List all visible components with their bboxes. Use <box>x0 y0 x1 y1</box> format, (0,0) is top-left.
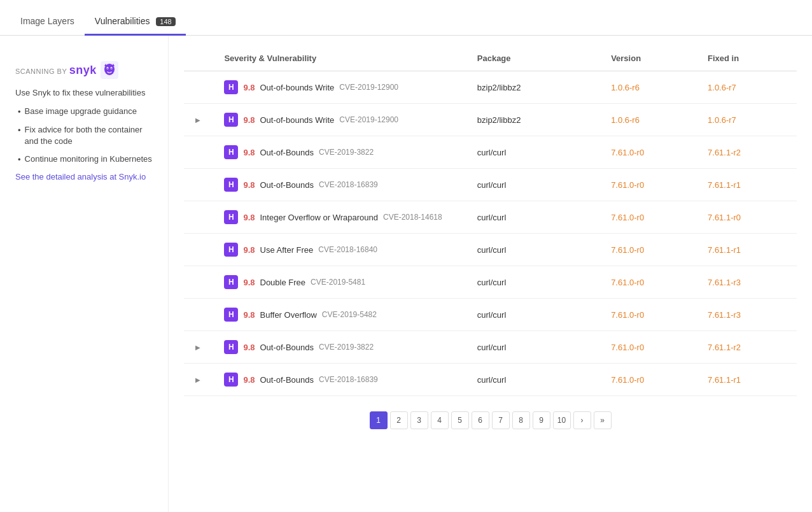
version-cell: 7.61.0-r0 <box>603 266 700 299</box>
expand-cell: ▶ <box>184 104 216 136</box>
h-badge: H <box>224 275 238 289</box>
table-row: H 9.8 Integer Overflow or Wraparound CVE… <box>184 201 797 234</box>
package-name: curl/curl <box>477 375 507 385</box>
fixed-in-value: 7.61.1-r3 <box>708 278 741 287</box>
table-row: H 9.8 Out-of-Bounds CVE-2019-3822 curl/c… <box>184 136 797 169</box>
expand-cell <box>184 299 216 331</box>
vuln-name: Out-of-bounds Write <box>260 83 335 92</box>
fixed-in-cell: 7.61.1-r0 <box>700 201 797 234</box>
package-header: Package <box>470 48 603 71</box>
cve-id: CVE-2019-3822 <box>319 343 374 352</box>
fixed-in-value: 1.0.6-r7 <box>708 83 736 92</box>
h-badge: H <box>224 243 238 257</box>
severity-score: 9.8 <box>243 115 255 125</box>
expand-button[interactable]: ▶ <box>192 115 204 125</box>
next-page-button[interactable]: › <box>573 411 591 429</box>
h-badge: H <box>224 145 238 159</box>
page-5-button[interactable]: 5 <box>451 411 469 429</box>
package-name: curl/curl <box>477 148 507 157</box>
severity-score: 9.8 <box>243 213 255 222</box>
cve-id: CVE-2019-12900 <box>339 115 398 124</box>
cve-id: CVE-2018-14618 <box>383 213 442 222</box>
page-10-button[interactable]: 10 <box>553 411 571 429</box>
severity-cell: H 9.8 Out-of-Bounds CVE-2018-16839 <box>216 364 469 396</box>
version-value: 7.61.0-r0 <box>611 310 644 320</box>
package-cell: bzip2/libbz2 <box>470 104 603 136</box>
sidebar-list-item: Fix advice for both the container and th… <box>18 124 153 147</box>
page-6-button[interactable]: 6 <box>472 411 489 429</box>
last-page-button[interactable]: » <box>594 411 612 429</box>
tab-image-layers[interactable]: Image Layers <box>10 11 85 36</box>
tabs-bar: Image Layers Vulnerabilities 148 <box>0 0 812 36</box>
snyk-name: snyk <box>69 64 97 77</box>
cve-id: CVE-2018-16839 <box>319 375 378 384</box>
fixed-in-value: 7.61.1-r2 <box>708 148 741 157</box>
version-cell: 1.0.6-r6 <box>603 71 700 104</box>
page-1-button[interactable]: 1 <box>370 411 388 429</box>
expand-cell <box>184 71 216 104</box>
table-row: H 9.8 Use After Free CVE-2018-16840 curl… <box>184 234 797 266</box>
svg-point-4 <box>107 68 108 69</box>
snyk-analysis-link[interactable]: See the detailed analysis at Snyk.io <box>15 172 146 181</box>
expand-cell <box>184 201 216 234</box>
package-name: curl/curl <box>477 278 507 287</box>
vuln-name: Out-of-Bounds <box>260 180 314 190</box>
sidebar-list-item: Continue monitoring in Kubernetes <box>18 153 153 166</box>
severity-cell: H 9.8 Out-of-bounds Write CVE-2019-12900 <box>216 71 469 104</box>
page-2-button[interactable]: 2 <box>390 411 408 429</box>
version-cell: 7.61.0-r0 <box>603 169 700 201</box>
h-badge: H <box>224 80 238 94</box>
cve-id: CVE-2019-5482 <box>322 310 377 319</box>
version-value: 7.61.0-r0 <box>611 245 644 255</box>
fixed-in-cell: 7.61.1-r1 <box>700 234 797 266</box>
snyk-mascot-icon <box>101 61 118 79</box>
vuln-name: Integer Overflow or Wraparound <box>260 213 378 222</box>
package-cell: curl/curl <box>470 234 603 266</box>
vulnerabilities-badge: 148 <box>156 17 175 26</box>
snyk-logo: snyk <box>69 61 118 79</box>
fixed-in-cell: 1.0.6-r7 <box>700 71 797 104</box>
cve-id: CVE-2019-3822 <box>319 148 374 157</box>
package-cell: curl/curl <box>470 331 603 364</box>
expand-button[interactable]: ▶ <box>192 375 204 385</box>
fixed-in-cell: 1.0.6-r7 <box>700 104 797 136</box>
sidebar-feature-list: Base image upgrade guidance Fix advice f… <box>15 106 153 166</box>
version-cell: 7.61.0-r0 <box>603 201 700 234</box>
fixed-in-value: 7.61.1-r1 <box>708 375 741 385</box>
expand-cell <box>184 266 216 299</box>
expand-header <box>184 48 216 71</box>
package-cell: curl/curl <box>470 299 603 331</box>
package-cell: bzip2/libbz2 <box>470 71 603 104</box>
page-8-button[interactable]: 8 <box>512 411 530 429</box>
page-4-button[interactable]: 4 <box>431 411 449 429</box>
severity-header: Severity & Vulnerability <box>216 48 469 71</box>
h-badge: H <box>224 308 238 322</box>
table-row: ▶ H 9.8 Out-of-bounds Write CVE-2019-129… <box>184 104 797 136</box>
vuln-name: Out-of-Bounds <box>260 375 314 385</box>
table-row: ▶ H 9.8 Out-of-Bounds CVE-2019-3822 curl… <box>184 331 797 364</box>
version-value: 7.61.0-r0 <box>611 278 644 287</box>
fixed-in-value: 7.61.1-r0 <box>708 213 741 222</box>
page-7-button[interactable]: 7 <box>492 411 510 429</box>
package-cell: curl/curl <box>470 169 603 201</box>
severity-score: 9.8 <box>243 310 255 320</box>
table-row: H 9.8 Out-of-bounds Write CVE-2019-12900… <box>184 71 797 104</box>
version-value: 7.61.0-r0 <box>611 343 644 352</box>
page-3-button[interactable]: 3 <box>410 411 428 429</box>
severity-cell: H 9.8 Integer Overflow or Wraparound CVE… <box>216 201 469 234</box>
table-row: ▶ H 9.8 Out-of-Bounds CVE-2018-16839 cur… <box>184 364 797 396</box>
version-cell: 1.0.6-r6 <box>603 104 700 136</box>
severity-score: 9.8 <box>243 148 255 157</box>
fixed-in-cell: 7.61.1-r1 <box>700 169 797 201</box>
cve-id: CVE-2018-16839 <box>319 180 378 189</box>
severity-cell: H 9.8 Use After Free CVE-2018-16840 <box>216 234 469 266</box>
sidebar-description: Use Snyk to fix these vulnerabilities <box>15 87 153 99</box>
vuln-name: Use After Free <box>260 245 314 255</box>
tab-vulnerabilities[interactable]: Vulnerabilities 148 <box>85 11 186 36</box>
severity-cell: H 9.8 Out-of-Bounds CVE-2019-3822 <box>216 331 469 364</box>
expand-cell <box>184 169 216 201</box>
package-name: curl/curl <box>477 180 507 190</box>
page-9-button[interactable]: 9 <box>533 411 550 429</box>
version-value: 7.61.0-r0 <box>611 213 644 222</box>
expand-button[interactable]: ▶ <box>192 343 204 352</box>
